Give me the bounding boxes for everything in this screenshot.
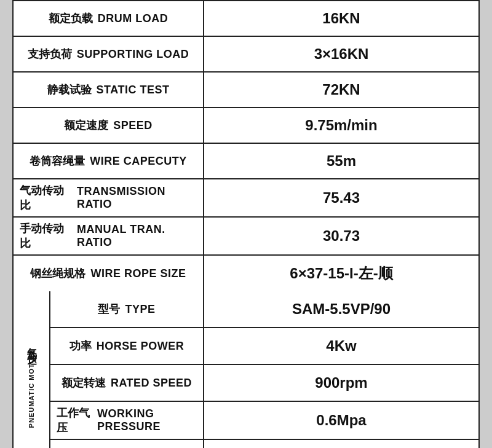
motor-value-rated-speed: 900rpm bbox=[204, 365, 478, 401]
english-wire-capacity: WIRE CAPECUTY bbox=[90, 155, 187, 168]
chinese-transmission-ratio: 气动传动比 bbox=[20, 183, 72, 213]
motor-english-motor-type: TYPE bbox=[125, 303, 155, 316]
motor-row-horse-power: 功率 HORSE POWER 4Kw bbox=[50, 328, 478, 365]
motor-label-supply-air: 耗气量 SUPPPLY OF AIR bbox=[50, 440, 204, 448]
row-static-test: 静载试验 STATIC TEST 72KN bbox=[14, 73, 478, 108]
row-transmission-ratio: 气动传动比 TRANSMISSION RATIO 75.43 bbox=[14, 179, 478, 218]
motor-english-rated-speed: RATED SPEED bbox=[111, 377, 192, 390]
motor-english-horse-power: HORSE POWER bbox=[97, 340, 184, 353]
chinese-supporting-load: 支持负荷 bbox=[28, 47, 72, 61]
motor-chinese-horse-power: 功率 bbox=[69, 339, 92, 353]
value-supporting-load: 3×16KN bbox=[204, 37, 478, 71]
spec-table: 额定负载 DRUM LOAD 16KN 支持负荷 SUPPORTING LOAD… bbox=[12, 0, 480, 448]
motor-chinese: 气动马达 bbox=[25, 340, 38, 350]
motor-label-working-pressure: 工作气压 WORKING PRESSURE bbox=[50, 402, 204, 439]
motor-row-motor-type: 型号 TYPE SAM-5.5VP/90 bbox=[50, 291, 478, 328]
chinese-wire-capacity: 卷筒容绳量 bbox=[30, 154, 85, 168]
motor-label-rated-speed: 额定转速 RATED SPEED bbox=[50, 365, 204, 401]
value-speed: 9.75m/min bbox=[204, 108, 478, 143]
label-supporting-load: 支持负荷 SUPPORTING LOAD bbox=[14, 37, 204, 71]
label-drum-load: 额定负载 DRUM LOAD bbox=[14, 1, 204, 36]
english-wire-rope-size: WIRE ROPE SIZE bbox=[90, 267, 186, 280]
motor-row-rated-speed: 额定转速 RATED SPEED 900rpm bbox=[50, 365, 478, 402]
row-drum-load: 额定负载 DRUM LOAD 16KN bbox=[14, 1, 478, 37]
value-static-test: 72KN bbox=[204, 73, 478, 107]
motor-value-working-pressure: 0.6Mpa bbox=[204, 402, 478, 439]
motor-chinese-motor-type: 型号 bbox=[98, 302, 120, 316]
chinese-drum-load: 额定负载 bbox=[49, 11, 93, 26]
row-speed: 额定速度 SPEED 9.75m/min bbox=[14, 108, 478, 144]
motor-value-motor-type: SAM-5.5VP/90 bbox=[204, 291, 478, 327]
english-speed: SPEED bbox=[113, 119, 153, 132]
english-static-test: STATIC TEST bbox=[97, 84, 170, 96]
value-wire-rope-size: 6×37-15-I-左-顺 bbox=[204, 256, 478, 291]
row-manual-ratio: 手动传动比 MANUAL TRAN. RATIO 30.73 bbox=[14, 218, 478, 256]
chinese-static-test: 静载试验 bbox=[47, 82, 92, 97]
motor-chinese-working-pressure: 工作气压 bbox=[57, 406, 92, 435]
motor-label-motor-type: 型号 TYPE bbox=[50, 291, 204, 327]
value-wire-capacity: 55m bbox=[204, 144, 478, 178]
motor-chinese-rated-speed: 额定转速 bbox=[62, 375, 106, 390]
value-drum-load: 16KN bbox=[204, 1, 478, 36]
label-manual-ratio: 手动传动比 MANUAL TRAN. RATIO bbox=[14, 218, 204, 254]
motor-label: 气动马达 PNEUMATIC MOTOR bbox=[14, 291, 50, 448]
motor-value-horse-power: 4Kw bbox=[204, 328, 478, 364]
motor-english-working-pressure: WORKING PRESSURE bbox=[97, 407, 197, 433]
label-transmission-ratio: 气动传动比 TRANSMISSION RATIO bbox=[14, 179, 204, 216]
label-static-test: 静载试验 STATIC TEST bbox=[14, 73, 204, 107]
row-wire-capacity: 卷筒容绳量 WIRE CAPECUTY 55m bbox=[14, 144, 478, 179]
motor-row-supply-air: 耗气量 SUPPPLY OF AIR ~5.5m3 /min bbox=[50, 440, 478, 448]
value-manual-ratio: 30.73 bbox=[204, 218, 478, 254]
english-transmission-ratio: TRANSMISSION RATIO bbox=[77, 185, 197, 211]
motor-label-horse-power: 功率 HORSE POWER bbox=[50, 328, 204, 364]
english-drum-load: DRUM LOAD bbox=[98, 12, 169, 25]
english-supporting-load: SUPPORTING LOAD bbox=[77, 48, 189, 61]
motor-row-working-pressure: 工作气压 WORKING PRESSURE 0.6Mpa bbox=[50, 402, 478, 440]
motor-value-supply-air: ~5.5m3 /min bbox=[204, 440, 478, 448]
value-transmission-ratio: 75.43 bbox=[204, 179, 478, 216]
chinese-manual-ratio: 手动传动比 bbox=[20, 221, 72, 251]
row-supporting-load: 支持负荷 SUPPORTING LOAD 3×16KN bbox=[14, 37, 478, 73]
label-speed: 额定速度 SPEED bbox=[14, 108, 204, 143]
motor-section: 气动马达 PNEUMATIC MOTOR 型号 TYPE SAM-5.5VP/9… bbox=[14, 291, 478, 448]
english-manual-ratio: MANUAL TRAN. RATIO bbox=[77, 223, 197, 249]
chinese-speed: 额定速度 bbox=[64, 118, 108, 133]
label-wire-rope-size: 钢丝绳规格 WIRE ROPE SIZE bbox=[14, 256, 204, 291]
motor-rows: 型号 TYPE SAM-5.5VP/90 功率 HORSE POWER 4Kw … bbox=[50, 291, 478, 448]
chinese-wire-rope-size: 钢丝绳规格 bbox=[30, 266, 85, 281]
motor-english: PNEUMATIC MOTOR bbox=[28, 352, 35, 428]
row-wire-rope-size: 钢丝绳规格 WIRE ROPE SIZE 6×37-15-I-左-顺 bbox=[14, 256, 478, 291]
label-wire-capacity: 卷筒容绳量 WIRE CAPECUTY bbox=[14, 144, 204, 178]
